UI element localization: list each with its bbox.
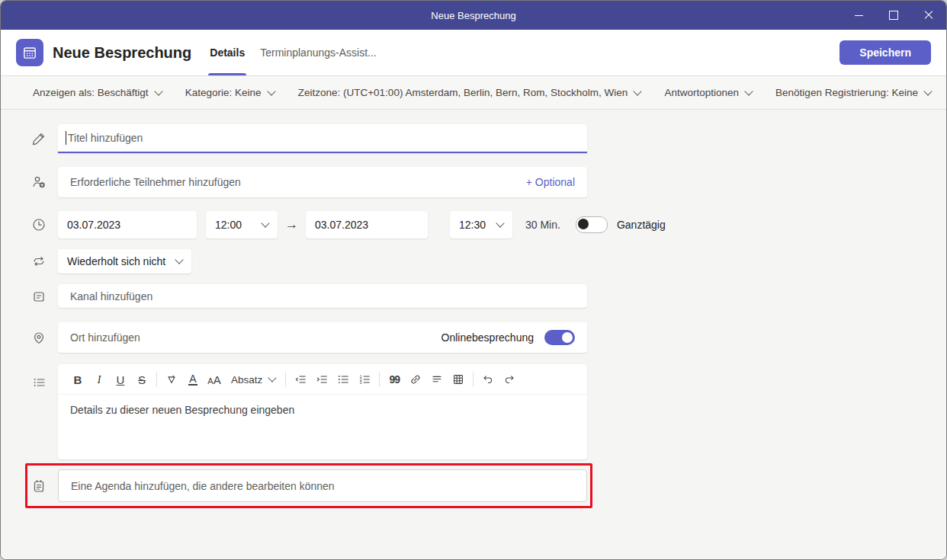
description-placeholder[interactable]: Details zu dieser neuen Besprechung eing…	[58, 395, 587, 425]
notepad-icon	[31, 478, 58, 494]
insert-table-button[interactable]	[448, 368, 469, 391]
numbered-list-icon: 1 2 3	[358, 373, 371, 386]
toolbar-divider	[379, 372, 380, 387]
table-icon	[451, 373, 465, 386]
response-options-dropdown[interactable]: Antwortoptionen	[664, 87, 752, 98]
timezone-label: Zeitzone: (UTC+01:00) Amsterdam, Berlin,…	[298, 87, 628, 98]
page-title: Neue Besprechung	[53, 44, 191, 62]
undo-icon	[481, 373, 495, 386]
agenda-annotation-box: Eine Agenda hinzufügen, die andere bearb…	[25, 463, 592, 508]
underline-button[interactable]: U	[110, 368, 131, 391]
save-button[interactable]: Speichern	[839, 40, 931, 65]
close-icon	[924, 11, 933, 20]
maximize-icon	[889, 11, 898, 20]
minimize-button[interactable]	[841, 1, 876, 30]
timezone-dropdown[interactable]: Zeitzone: (UTC+01:00) Amsterdam, Berlin,…	[298, 87, 641, 98]
numbered-list-button[interactable]: 1 2 3	[354, 368, 375, 391]
highlight-button[interactable]	[161, 368, 182, 391]
window-title: Neue Besprechung	[1, 10, 946, 21]
insert-link-button[interactable]	[405, 368, 426, 391]
response-options-label: Antwortoptionen	[664, 87, 739, 98]
italic-button[interactable]: I	[88, 368, 110, 391]
online-meeting-toggle[interactable]	[544, 330, 575, 345]
link-icon	[409, 373, 422, 386]
list-lines-icon	[31, 375, 58, 390]
font-size-button[interactable]: AA	[207, 373, 220, 386]
maximize-button[interactable]	[876, 1, 911, 30]
redo-button[interactable]	[499, 368, 520, 391]
title-input[interactable]: Titel hinzufügen	[58, 124, 587, 153]
tab-details[interactable]: Details	[202, 30, 252, 75]
chevron-down-icon	[267, 87, 275, 95]
end-time-value: 12:30	[459, 219, 486, 231]
close-button[interactable]	[911, 1, 946, 30]
toolbar-divider	[473, 372, 474, 387]
active-tab-indicator	[208, 73, 246, 75]
undo-button[interactable]	[477, 368, 499, 391]
required-attendees-input[interactable]: Erforderliche Teilnehmer hinzufügen + Op…	[58, 167, 587, 197]
end-date-input[interactable]: 03.07.2023	[306, 211, 428, 238]
horizontal-rule-button[interactable]	[426, 368, 448, 391]
highlight-icon	[165, 373, 178, 386]
tab-details-label: Details	[210, 46, 245, 59]
indent-icon	[315, 373, 329, 386]
start-date-value: 03.07.2023	[67, 219, 120, 231]
start-time-value: 12:00	[215, 219, 242, 231]
category-label: Kategorie: Keine	[185, 87, 262, 98]
registration-dropdown[interactable]: Benötigen Registrierung: Keine	[775, 87, 931, 98]
horizontal-rule-icon	[430, 373, 444, 386]
location-placeholder: Ort hinzufügen	[70, 331, 140, 344]
chevron-down-icon	[175, 255, 184, 264]
window-titlebar: Neue Besprechung	[1, 1, 946, 30]
indent-button[interactable]	[311, 368, 332, 391]
title-placeholder: Titel hinzufügen	[68, 132, 143, 144]
location-input[interactable]: Ort hinzufügen Onlinebesprechung	[58, 322, 587, 353]
chevron-down-icon	[154, 87, 162, 95]
minimize-icon	[855, 15, 863, 16]
toggle-knob	[562, 332, 573, 343]
description-editor[interactable]: B I U S A AA Absatz	[58, 364, 587, 459]
add-optional-attendees-link[interactable]: + Optional	[526, 176, 575, 188]
description-row: B I U S A AA Absatz	[31, 364, 946, 459]
channel-input[interactable]: Kanal hinzufügen	[58, 284, 587, 308]
pencil-icon	[31, 131, 58, 146]
duration-label: 30 Min.	[525, 219, 560, 231]
start-date-input[interactable]: 03.07.2023	[58, 211, 197, 238]
location-row: Ort hinzufügen Onlinebesprechung	[31, 322, 946, 353]
chevron-down-icon	[496, 219, 504, 227]
chevron-down-icon	[923, 87, 932, 95]
channel-placeholder: Kanal hinzufügen	[70, 290, 152, 302]
recurrence-select[interactable]: Wiederholt sich nicht	[58, 249, 191, 274]
tab-scheduling-assistant-label: Terminplanungs-Assist...	[260, 46, 377, 59]
outdent-button[interactable]	[290, 368, 311, 391]
agenda-placeholder: Eine Agenda hinzufügen, die andere bearb…	[71, 480, 335, 492]
paragraph-dropdown[interactable]: Absatz	[225, 368, 281, 391]
header-tabs: Details Terminplanungs-Assist...	[202, 30, 384, 75]
location-pin-icon	[31, 330, 58, 345]
agenda-input[interactable]: Eine Agenda hinzufügen, die andere bearb…	[58, 469, 587, 502]
strikethrough-button[interactable]: S	[131, 368, 152, 391]
end-time-select[interactable]: 12:30	[450, 211, 512, 238]
channel-row: Kanal hinzufügen	[31, 284, 946, 308]
channel-icon	[31, 289, 58, 304]
add-person-icon	[31, 174, 58, 190]
allday-label: Ganztägig	[617, 219, 666, 231]
font-color-button[interactable]: A	[188, 374, 197, 386]
recurrence-row: Wiederholt sich nicht	[31, 249, 946, 274]
start-time-select[interactable]: 12:00	[206, 211, 278, 238]
category-dropdown[interactable]: Kategorie: Keine	[185, 87, 274, 98]
bold-button[interactable]: B	[67, 368, 88, 391]
form-body: Titel hinzufügen Erforderliche Teilnehme…	[1, 110, 946, 559]
window-controls	[841, 1, 946, 30]
chevron-down-icon	[268, 373, 277, 382]
quote-button[interactable]: 99	[384, 368, 405, 391]
toolbar-divider	[285, 372, 286, 387]
toggle-knob	[578, 219, 589, 229]
bullet-list-button[interactable]	[332, 368, 354, 391]
tab-scheduling-assistant[interactable]: Terminplanungs-Assist...	[252, 30, 384, 75]
new-meeting-window: Neue Besprechung Neue Besprechung Detail…	[0, 0, 947, 560]
format-toolbar: B I U S A AA Absatz	[58, 364, 587, 395]
svg-text:3: 3	[360, 381, 362, 385]
allday-toggle[interactable]	[576, 216, 608, 233]
show-as-dropdown[interactable]: Anzeigen als: Beschäftigt	[33, 87, 162, 98]
